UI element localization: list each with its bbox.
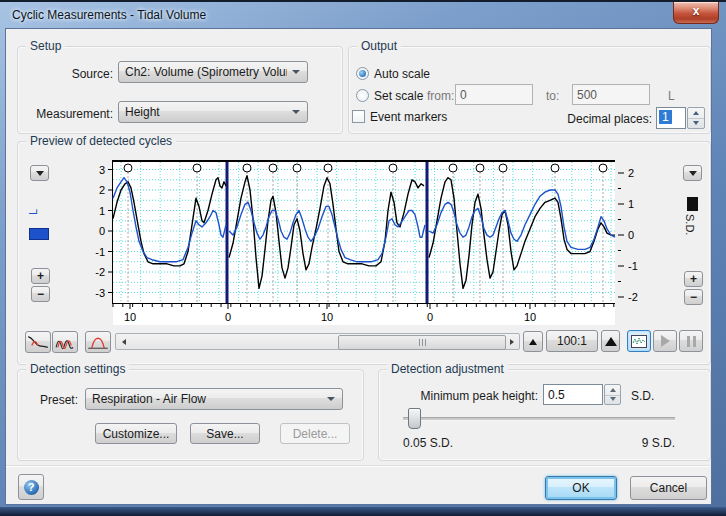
plus-icon: + xyxy=(690,272,697,286)
setup-group-label: Setup xyxy=(26,39,65,53)
measurement-label: Measurement: xyxy=(28,107,113,121)
left-channel-color-swatch xyxy=(29,228,49,240)
zoom-ratio-small-button[interactable] xyxy=(523,331,543,352)
chevron-down-icon xyxy=(292,70,300,74)
preset-dropdown[interactable]: Respiration - Air Flow xyxy=(85,388,343,410)
delete-button-label: Delete... xyxy=(293,427,338,441)
scrollbar-thumb[interactable] xyxy=(338,335,506,350)
ok-button[interactable]: OK xyxy=(545,476,617,500)
detection-adjustment-group-label: Detection adjustment xyxy=(387,362,508,376)
chevron-down-icon xyxy=(36,171,44,176)
save-button-label: Save... xyxy=(206,427,243,441)
min-peak-height-spinner[interactable] xyxy=(604,384,621,405)
scope-display-icon xyxy=(631,335,647,348)
scale-from-input[interactable] xyxy=(455,84,533,105)
measurement-dropdown-value: Height xyxy=(125,105,287,119)
play-button[interactable] xyxy=(653,330,677,352)
arrow-left-icon xyxy=(122,339,126,345)
scrollbar-right-arrow[interactable] xyxy=(504,334,519,349)
event-markers-label: Event markers xyxy=(370,110,447,124)
scale-to-input[interactable] xyxy=(572,84,650,105)
right-scale-menu-button[interactable] xyxy=(683,165,702,181)
cyclic-measurements-dialog: Cyclic Measurements - Tidal Volume x Set… xyxy=(0,0,726,516)
overlay-cycles-view-button[interactable] xyxy=(52,331,78,353)
min-peak-height-label: Minimum peak height: xyxy=(400,389,538,403)
slider-max-label: 9 S.D. xyxy=(605,436,675,450)
set-scale-radio[interactable] xyxy=(356,89,369,102)
scale-to-label: to: xyxy=(546,89,559,103)
slider-min-label: 0.05 S.D. xyxy=(403,436,453,450)
source-dropdown[interactable]: Ch2: Volume (Spirometry Volume) xyxy=(118,61,308,83)
play-icon xyxy=(661,335,670,347)
cancel-button[interactable]: Cancel xyxy=(630,476,707,500)
overlaid-cycles-icon xyxy=(54,334,76,350)
right-zoom-in-button[interactable]: + xyxy=(684,271,703,287)
arrow-right-icon xyxy=(510,339,514,345)
decimal-places-spinner[interactable] xyxy=(687,107,705,129)
footer-separator xyxy=(6,465,710,467)
right-channel-color-swatch xyxy=(687,197,698,211)
minus-icon: − xyxy=(37,287,44,301)
scale-from-label: from: xyxy=(427,89,454,103)
chevron-down-icon xyxy=(292,110,300,114)
compression-ratio-value: 100:1 xyxy=(557,334,587,348)
left-zoom-in-button[interactable]: + xyxy=(31,268,50,284)
delete-button[interactable]: Delete... xyxy=(280,423,350,444)
pause-icon xyxy=(687,336,696,347)
spinner-down-icon[interactable] xyxy=(605,395,620,405)
left-channel-unit-label: L xyxy=(27,209,39,215)
customize-button[interactable]: Customize... xyxy=(95,423,177,444)
small-peak-icon xyxy=(529,339,537,345)
spinner-down-icon[interactable] xyxy=(688,118,704,128)
preview-group-label: Preview of detected cycles xyxy=(26,134,176,148)
source-dropdown-value: Ch2: Volume (Spirometry Volume) xyxy=(125,65,287,79)
cancel-button-label: Cancel xyxy=(650,481,687,495)
preset-dropdown-value: Respiration - Air Flow xyxy=(92,392,322,406)
window-top-edge xyxy=(0,0,726,2)
close-icon: x xyxy=(693,4,700,18)
detection-settings-group: Detection settings xyxy=(17,369,364,461)
chevron-down-icon xyxy=(689,171,697,176)
source-label: Source: xyxy=(48,67,113,81)
compression-ratio-button[interactable]: 100:1 xyxy=(546,330,598,352)
customize-button-label: Customize... xyxy=(103,427,170,441)
help-button[interactable]: ? xyxy=(18,474,44,500)
zoom-ratio-large-button[interactable] xyxy=(601,330,620,352)
plus-icon: + xyxy=(37,269,44,283)
preset-label: Preset: xyxy=(30,393,78,407)
chart-scrollbar[interactable] xyxy=(115,333,520,350)
raw-signal-view-button[interactable] xyxy=(25,331,51,353)
decimal-places-input[interactable]: 1 xyxy=(656,107,686,129)
min-peak-unit-label: S.D. xyxy=(631,389,654,403)
min-peak-slider-track[interactable] xyxy=(403,417,675,421)
help-icon: ? xyxy=(24,480,39,495)
right-zoom-out-button[interactable]: − xyxy=(684,289,703,305)
auto-scale-radio[interactable] xyxy=(356,67,369,80)
auto-scale-label: Auto scale xyxy=(374,67,430,81)
left-zoom-out-button[interactable]: − xyxy=(31,286,50,302)
decimal-places-label: Decimal places: xyxy=(540,112,652,126)
measurement-dropdown[interactable]: Height xyxy=(118,101,308,123)
single-cycle-view-button[interactable] xyxy=(85,331,111,353)
pause-button[interactable] xyxy=(679,330,703,352)
preview-display-toggle-button[interactable] xyxy=(627,330,651,352)
large-peak-icon xyxy=(605,337,617,346)
single-cycle-icon xyxy=(87,334,109,350)
decimal-places-value: 1 xyxy=(659,110,672,124)
min-peak-height-input[interactable] xyxy=(543,384,603,405)
save-button[interactable]: Save... xyxy=(190,423,260,444)
min-peak-slider-thumb[interactable] xyxy=(408,408,421,429)
left-scale-menu-button[interactable] xyxy=(30,165,49,181)
set-scale-label: Set scale xyxy=(374,89,423,103)
right-channel-unit-label: S.D. xyxy=(684,214,696,235)
window-bottom-edge xyxy=(0,507,726,516)
scale-unit-label: L xyxy=(668,89,675,103)
output-group-label: Output xyxy=(357,39,401,53)
scrollbar-left-arrow[interactable] xyxy=(116,334,131,349)
ok-button-label: OK xyxy=(572,481,589,495)
event-markers-checkbox[interactable] xyxy=(352,110,365,123)
minus-icon: − xyxy=(690,290,697,304)
window-title: Cyclic Measurements - Tidal Volume xyxy=(12,8,206,22)
close-button[interactable]: x xyxy=(673,2,719,24)
detection-settings-group-label: Detection settings xyxy=(26,362,129,376)
